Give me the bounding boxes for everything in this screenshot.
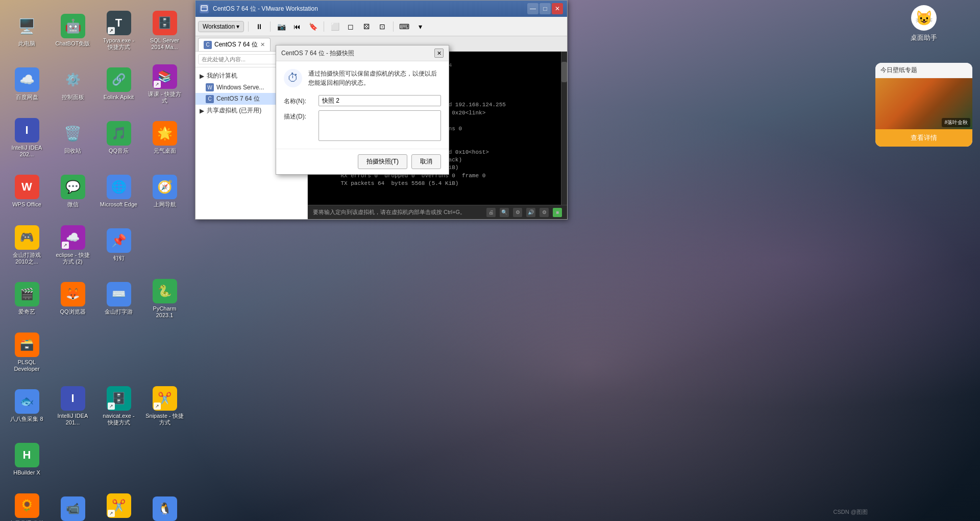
shortcut-arrow: ↗: [108, 510, 115, 517]
desktop-icon-sql[interactable]: 🗄️ SQL Server 2014 Ma...: [143, 5, 186, 56]
workstation-menu-button[interactable]: Workstation ▾: [198, 21, 244, 32]
dialog-titlebar: CentOS 7 64 位 - 拍摄快照 ✕: [276, 45, 449, 61]
sidebar-shared-label: 共享虚拟机 (已开用): [207, 106, 261, 115]
desktop-icon-control[interactable]: ⚙️ 控制面板: [51, 59, 94, 110]
desktop-icon-my-computer[interactable]: 🖥️ 此电脑: [5, 5, 48, 56]
desktop-icon-sunlogin[interactable]: 🌻 向日葵远程 控制: [5, 488, 48, 521]
tab-centos[interactable]: C CentOS 7 64 位 ✕: [198, 38, 271, 51]
autofit-button[interactable]: ⊡: [376, 20, 389, 33]
desktop-icon-snipaste[interactable]: ✂️ ↗ Snipaste - 快捷方式: [143, 381, 186, 432]
toolbar-separator: [270, 21, 271, 32]
status-icon-settings[interactable]: ⚙: [540, 208, 549, 217]
dialog-title: CentOS 7 64 位 - 拍摄快照: [281, 49, 354, 58]
desktop-icon-wps[interactable]: W WPS Office: [5, 166, 48, 217]
dialog-footer: 拍摄快照(T) 取消: [276, 149, 449, 174]
desktop-icon-qq[interactable]: 🐧 腾讯QQ: [143, 488, 186, 521]
desktop-icon-recycle[interactable]: 🗑️ 回收站: [51, 112, 94, 163]
status-icon-audio[interactable]: 🔊: [526, 208, 535, 217]
dialog-info-text: 通过拍摄快照可以保留虚拟机的状态，以便以后您能返回相同的状态。: [308, 69, 441, 87]
shortcut-arrow: ↗: [154, 402, 161, 410]
snapshot-button[interactable]: 📷: [275, 20, 288, 33]
dialog-close-button[interactable]: ✕: [434, 49, 444, 58]
assistant-label: 桌面助手: [911, 33, 937, 42]
desktop-icons-grid: 🖥️ 此电脑 🤖 ChatBOT免版 T ↗ Typora.exe - 快捷方式…: [0, 0, 199, 460]
desktop-icon-eolink[interactable]: 🔗 Eolink Apikit: [97, 59, 140, 110]
sidebar-section-icon: ▶: [200, 73, 204, 80]
desktop-icon-edge[interactable]: 🌐 Microsoft Edge: [97, 166, 140, 217]
take-snapshot-button[interactable]: 拍摄快照(T): [358, 154, 407, 169]
more-tools-button[interactable]: ▾: [413, 20, 427, 33]
desktop-icon-jinshan-type[interactable]: ⌨️ 金山打字游: [97, 273, 140, 324]
desktop-icon-learn[interactable]: 📚 ↗ 课课 - 快捷方式: [143, 59, 186, 110]
vm-status-bar: 要将输入定向到该虚拟机，请在虚拟机内部单击或按 Ctrl+G。 🖨 🔍 ⚙ 🔊 …: [308, 205, 567, 219]
name-label: 名称(N):: [284, 95, 314, 106]
desktop-icon-typora[interactable]: T ↗ Typora.exe - 快捷方式: [97, 5, 140, 56]
snapshot-desc-textarea[interactable]: [318, 110, 441, 141]
tab-label: CentOS 7 64 位: [214, 40, 258, 49]
full-view-button[interactable]: ◻: [344, 20, 357, 33]
desktop-icon-jinshan-game[interactable]: 🎮 金山打游戏2010之...: [5, 220, 48, 271]
clock-icon: ⏱: [284, 69, 302, 87]
window-controls: — □ ✕: [527, 3, 563, 14]
desktop-icon-pycharm[interactable]: 🐍 PyCharm 2023.1: [143, 273, 186, 324]
desktop-icon-qq-music[interactable]: 🎵 QQ音乐: [97, 112, 140, 163]
shortcut-arrow: ↗: [154, 81, 161, 88]
vm-status-text: 要将输入定向到该虚拟机，请在虚拟机内部单击或按 Ctrl+G。: [313, 208, 465, 216]
snapshot-dialog: CentOS 7 64 位 - 拍摄快照 ✕ ⏱ 通过拍摄快照可以保留虚拟机的状…: [276, 45, 449, 175]
tab-close-button[interactable]: ✕: [260, 41, 265, 48]
svg-rect-4: [201, 6, 207, 11]
form-desc-row: 描述(D):: [284, 110, 441, 141]
view-detail-button[interactable]: 查看详情: [875, 129, 972, 147]
vm-status-icons: 🖨 🔍 ⚙ 🔊 ⚙ ■: [486, 208, 562, 217]
desktop-icon-tencent-meet[interactable]: 📹 腾讯会议: [51, 488, 94, 521]
vm-icon: W: [206, 83, 214, 91]
minimize-button[interactable]: —: [527, 3, 538, 14]
status-icon-config[interactable]: ⚙: [513, 208, 522, 217]
vmware-titlebar: CentOS 7 64 位 - VMware Workstation — □ ✕: [195, 1, 567, 17]
pause-button[interactable]: ⏸: [253, 20, 266, 33]
desktop-icon-qq-browser[interactable]: 🦊 QQ浏览器: [51, 273, 94, 324]
desktop-icon-iqiyi[interactable]: 🎬 爱奇艺: [5, 273, 48, 324]
desktop-assistant[interactable]: 😺 桌面助手: [911, 5, 937, 42]
desktop-icon-snipaste2[interactable]: ✂️ ↗ Snipaste.exe - 快捷方式: [97, 488, 140, 521]
desktop-icon-navicat[interactable]: 🗄️ ↗ navicat.exe - 快捷方式: [97, 381, 140, 432]
dialog-info: ⏱ 通过拍摄快照可以保留虚拟机的状态，以便以后您能返回相同的状态。: [284, 69, 441, 87]
desktop-icon-chatbot[interactable]: 🤖 ChatBOT免版: [51, 5, 94, 56]
status-icon-green[interactable]: ■: [553, 208, 562, 217]
desktop-icon-wechat[interactable]: 💬 微信: [51, 166, 94, 217]
close-button[interactable]: ✕: [552, 3, 563, 14]
status-icon-print[interactable]: 🖨: [486, 208, 496, 217]
maximize-button[interactable]: □: [540, 3, 551, 14]
desktop-icon-intellij[interactable]: I IntelliJ IDEA 202...: [5, 112, 48, 163]
status-icon-zoom[interactable]: 🔍: [500, 208, 509, 217]
desktop-icon-intellij2[interactable]: I IntelliJ IDEA 201...: [51, 381, 94, 432]
cancel-button[interactable]: 取消: [411, 154, 441, 169]
desc-label: 描述(D):: [284, 110, 314, 121]
dialog-body: ⏱ 通过拍摄快照可以保留虚拟机的状态，以便以后您能返回相同的状态。 名称(N):…: [276, 61, 449, 149]
terminal-line: TX packets 64 bytes 5568 (5.4 KiB): [310, 180, 565, 187]
snapshot-name-input[interactable]: [318, 95, 441, 106]
assistant-avatar: 😺: [911, 5, 937, 31]
send-ctrlaltdel-button[interactable]: ⌨: [398, 20, 411, 33]
desktop-icon-nav[interactable]: 🧭 上网导航: [143, 166, 186, 217]
desktop-icon-baidu[interactable]: ☁️ 百度网盘: [5, 59, 48, 110]
vmware-app-icon: [200, 4, 209, 13]
desktop-icon-hbuilder[interactable]: H HBuilder X: [5, 434, 48, 485]
wallpaper-card: 今日壁纸专题 #落叶金秋 查看详情: [875, 63, 972, 147]
toolbar-separator: [393, 21, 394, 32]
shortcut-arrow: ↗: [108, 402, 115, 410]
desktop-icon-eclipse[interactable]: ☁️ ↗ eclipse - 快捷方式 (2): [51, 220, 94, 271]
vmware-title: CentOS 7 64 位 - VMware Workstation: [213, 5, 523, 13]
sidebar-my-computer-label: 我的计算机: [207, 72, 237, 80]
desktop-icon-88fish[interactable]: 🐟 八八鱼采集 8: [5, 381, 48, 432]
revert-button[interactable]: ⏮: [290, 20, 304, 33]
desktop-icon-plsql[interactable]: 🗃️ PLSQL Developer: [5, 327, 48, 378]
desktop-icon-yuanqi[interactable]: 🌟 元气桌面: [143, 112, 186, 163]
wallpaper-preview: #落叶金秋: [875, 78, 972, 129]
normal-view-button[interactable]: ⬜: [328, 20, 341, 33]
desktop-icon-dingding[interactable]: 📌 钉钉: [97, 220, 140, 271]
unity-button[interactable]: ⚄: [360, 20, 373, 33]
toolbar-separator: [248, 21, 249, 32]
snapshot-manager-button[interactable]: 🔖: [306, 20, 320, 33]
vmware-toolbar: Workstation ▾ ⏸ 📷 ⏮ 🔖 ⬜ ◻ ⚄ ⊡ ⌨ ▾: [195, 17, 567, 36]
